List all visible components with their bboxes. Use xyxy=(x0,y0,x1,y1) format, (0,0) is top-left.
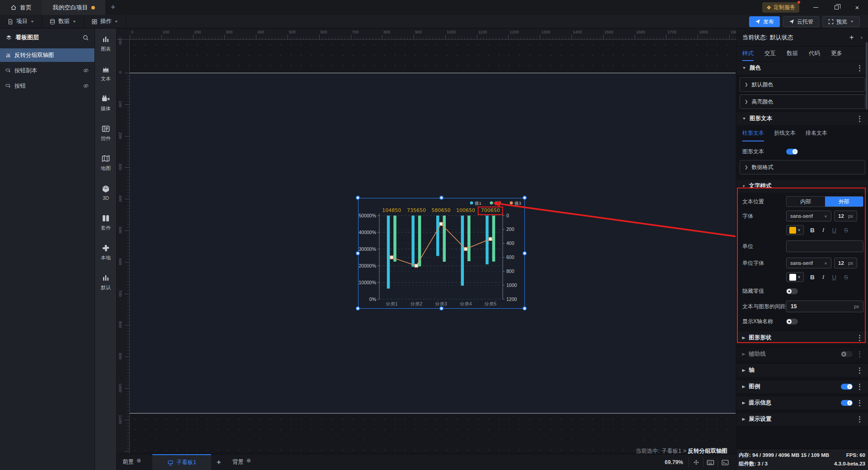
layer-item-1[interactable]: 按钮副本 xyxy=(0,64,94,77)
resize-handle-w[interactable] xyxy=(356,251,360,255)
rail-item-text[interactable]: 文本 xyxy=(95,58,117,88)
data-format-item[interactable]: ❯ 数据格式 xyxy=(740,160,865,174)
menu-data[interactable]: 数据▼ xyxy=(42,15,84,28)
bold-button[interactable]: B xyxy=(810,227,815,234)
kebab-menu-icon[interactable] xyxy=(856,65,863,71)
graph-text-subtab-排名文本[interactable]: 排名文本 xyxy=(806,129,827,141)
rail-item-charts[interactable]: 图表 xyxy=(95,28,117,58)
board-tab-active[interactable]: 子看板1 xyxy=(152,454,211,470)
inspector-scrollbar[interactable] xyxy=(866,42,868,110)
eye-off-icon[interactable] xyxy=(83,67,89,74)
minimize-button[interactable] xyxy=(811,3,820,12)
unit-color-picker[interactable]: ▼ xyxy=(786,272,804,282)
inspector-tab-数据[interactable]: 数据 xyxy=(787,47,798,61)
inspector-tab-更多[interactable]: 更多 xyxy=(831,47,842,61)
section-toggle[interactable] xyxy=(841,400,853,406)
cloud-hosting-button[interactable]: 云托管 xyxy=(783,16,819,27)
section-toggle[interactable] xyxy=(841,351,853,357)
graph-text-subtab-柱形文本[interactable]: 柱形文本 xyxy=(742,129,764,141)
show-x-axis-toggle[interactable] xyxy=(786,319,798,324)
background-tab[interactable]: 背景 ⊕ xyxy=(226,454,257,470)
resize-handle-e[interactable] xyxy=(523,251,527,255)
add-state-button[interactable]: + xyxy=(849,33,854,42)
resize-handle-sw[interactable] xyxy=(356,306,360,310)
add-board-button[interactable]: + xyxy=(211,454,226,470)
unit-font-size-input[interactable]: 12 px xyxy=(834,258,857,268)
strikethrough-button[interactable]: S xyxy=(844,274,848,281)
maximize-button[interactable] xyxy=(832,3,841,12)
custom-service-badge[interactable]: ❖ 定制服务 xyxy=(762,2,799,13)
menu-project[interactable]: 项目▼ xyxy=(0,15,42,28)
canvas-area[interactable]: 104850735650580650100650700650值1值2值35000… xyxy=(117,28,736,454)
chart-component[interactable]: 104850735650580650100650700650值1值2值35000… xyxy=(358,198,525,309)
unit-input[interactable] xyxy=(786,240,863,252)
underline-button[interactable]: U xyxy=(832,274,836,281)
italic-button[interactable]: I xyxy=(822,273,825,281)
circle-plus-icon[interactable]: ⊕ xyxy=(246,457,251,464)
default-color-item[interactable]: ❯ 默认颜色 xyxy=(740,77,865,92)
bold-button[interactable]: B xyxy=(810,274,815,281)
font-color-picker[interactable]: ▼ xyxy=(786,225,804,235)
rail-item-media[interactable]: 媒体 xyxy=(95,88,117,118)
rail-item-controls[interactable]: 控件 xyxy=(95,118,117,148)
menu-action[interactable]: 操作▼ xyxy=(84,15,126,28)
rail-item-local[interactable]: 本地 xyxy=(95,237,117,267)
resize-handle-s[interactable] xyxy=(439,306,443,310)
resize-handle-ne[interactable] xyxy=(523,196,527,200)
highlight-color-item[interactable]: ❯ 高亮颜色 xyxy=(740,94,865,109)
layer-item-0[interactable]: 反转分组双轴图 xyxy=(0,48,94,62)
rail-item-3d[interactable]: 3D xyxy=(95,178,117,207)
tab-home[interactable]: 首页 xyxy=(0,0,42,15)
circle-plus-icon[interactable]: ⊕ xyxy=(137,457,141,464)
kebab-menu-icon[interactable] xyxy=(856,367,863,374)
eye-off-icon[interactable] xyxy=(83,83,89,89)
inspector-tab-代码[interactable]: 代码 xyxy=(809,47,820,61)
layer-item-2[interactable]: 按钮 xyxy=(0,79,94,93)
section-toggle[interactable] xyxy=(841,384,853,390)
inspector-tab-交互[interactable]: 交互 xyxy=(764,47,776,61)
section-辅助线[interactable]: ▶辅助线 xyxy=(737,347,868,361)
kebab-menu-icon[interactable] xyxy=(856,416,863,423)
section-轴[interactable]: ▶轴 xyxy=(737,363,868,377)
text-gap-input[interactable]: 15 px xyxy=(786,301,863,312)
section-展示设置[interactable]: ▶展示设置 xyxy=(737,412,868,426)
strikethrough-button[interactable]: S xyxy=(844,227,848,234)
resize-handle-n[interactable] xyxy=(439,196,443,200)
section-color[interactable]: ▼ 颜色 xyxy=(737,61,868,75)
publish-button[interactable]: 发布 xyxy=(749,16,780,27)
rail-item-default[interactable]: 默认 xyxy=(95,267,117,297)
tab-project[interactable]: 我的空白项目 xyxy=(42,0,105,15)
chevron-right-icon[interactable]: › xyxy=(861,34,863,41)
kebab-menu-icon[interactable] xyxy=(856,400,863,406)
kebab-menu-icon[interactable] xyxy=(856,335,863,341)
resize-handle-se[interactable] xyxy=(523,306,527,310)
resize-handle-nw[interactable] xyxy=(356,196,360,200)
italic-button[interactable]: I xyxy=(822,226,825,234)
rail-item-kit[interactable]: 套件 xyxy=(95,207,117,237)
section-graph-text[interactable]: ▼ 图形文本 xyxy=(737,112,868,125)
fit-screen-button[interactable] xyxy=(689,457,703,467)
preview-button[interactable]: 预览▼ xyxy=(822,16,860,27)
section-text-style[interactable]: ∨ 文字样式 xyxy=(737,179,868,193)
kebab-menu-icon[interactable] xyxy=(856,384,863,390)
unit-font-family-select[interactable]: sans-serif ∨ xyxy=(786,258,831,268)
inspector-tab-样式[interactable]: 样式 xyxy=(742,47,754,61)
zoom-level[interactable]: 69.79% xyxy=(665,459,683,465)
close-button[interactable]: × xyxy=(853,3,862,12)
section-图例[interactable]: ▶图例 xyxy=(737,380,868,393)
hide-zero-toggle[interactable] xyxy=(786,288,798,294)
font-family-select[interactable]: sans-serif ∨ xyxy=(786,211,831,221)
position-outer-option[interactable]: 外部 xyxy=(825,197,863,207)
section-提示信息[interactable]: ▶提示信息 xyxy=(737,396,868,409)
graph-text-subtab-折线文本[interactable]: 折线文本 xyxy=(774,129,796,141)
foreground-tab[interactable]: 前景 ⊕ xyxy=(117,454,147,470)
kebab-menu-icon[interactable] xyxy=(856,351,863,357)
canvas-viewport[interactable]: 104850735650580650100650700650值1值2值35000… xyxy=(130,40,736,454)
kebab-menu-icon[interactable] xyxy=(856,116,863,122)
position-inner-option[interactable]: 内部 xyxy=(787,197,825,207)
graph-text-toggle[interactable] xyxy=(786,149,798,155)
search-icon[interactable] xyxy=(82,34,89,41)
section-图形形状[interactable]: ▶图形形状 xyxy=(737,331,868,344)
font-size-input[interactable]: 12 px xyxy=(834,211,857,221)
rail-item-map[interactable]: 地图 xyxy=(95,148,117,178)
